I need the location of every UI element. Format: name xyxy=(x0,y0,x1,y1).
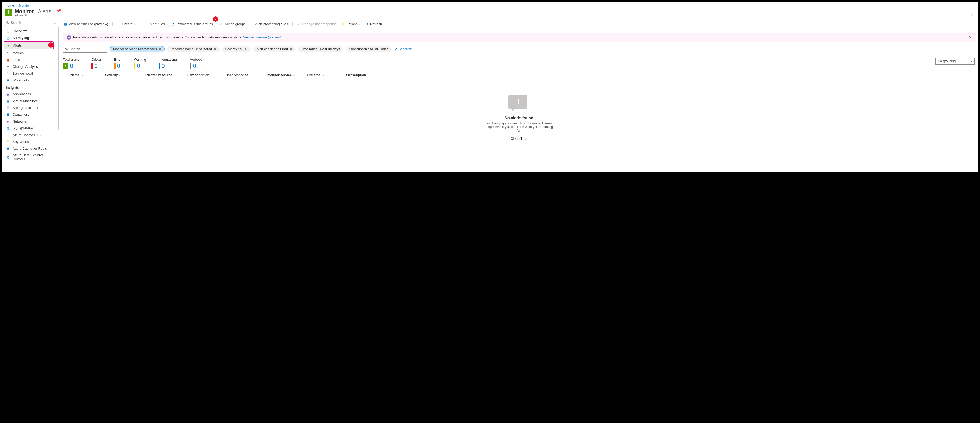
create-button[interactable]: ＋ Create ▾ xyxy=(117,22,135,26)
sidebar-item-label: Azure Data Explorer Clusters xyxy=(13,153,56,161)
breadcrumb-monitor[interactable]: Monitor xyxy=(19,4,30,7)
pill-remove-icon[interactable]: ✕ xyxy=(159,48,161,51)
nav-icon: ◈ xyxy=(6,119,10,123)
pill-remove-icon[interactable]: ✕ xyxy=(245,48,248,51)
nav-icon: ⬢ xyxy=(6,112,10,116)
sidebar-item-label: Azure Cosmos DB xyxy=(13,133,41,137)
stat-label: Verbose xyxy=(190,58,202,62)
callout-badge-2: 2 xyxy=(213,16,218,22)
actions-button[interactable]: ⚡ Actions ▾ xyxy=(341,22,360,26)
sidebar-item-azure-cache-for-redis[interactable]: ▣Azure Cache for Redis xyxy=(4,145,59,152)
stat-err[interactable]: Error 0 xyxy=(114,58,122,70)
sidebar-item-label: Networks xyxy=(13,119,27,123)
col-monitor-service[interactable]: Monitor service↑↓ xyxy=(267,73,307,77)
action-groups-button[interactable]: ⛬ Action groups xyxy=(219,22,246,26)
pin-icon[interactable]: 📌 xyxy=(56,8,61,13)
severity-bar-icon xyxy=(134,63,135,69)
col-severity[interactable]: Severity↑↓ xyxy=(105,73,144,77)
sidebar-item-label: Applications xyxy=(13,92,31,96)
callout-badge-1: 1 xyxy=(48,43,53,48)
more-icon[interactable]: … xyxy=(66,8,71,13)
filter-bar: 🔍︎ Search Monitor service : Prometheus✕R… xyxy=(63,42,975,54)
pill-remove-icon[interactable]: ✕ xyxy=(214,48,216,51)
sidebar-item-label: Workbooks xyxy=(13,78,30,82)
refresh-button[interactable]: ↻ Refresh xyxy=(365,22,382,26)
sidebar-item-sql-preview-[interactable]: ▦SQL (preview) xyxy=(4,125,59,131)
sidebar-item-service-health[interactable]: ♡Service health xyxy=(4,70,59,77)
sidebar-item-metrics[interactable]: ⫯Metrics xyxy=(4,49,59,56)
breadcrumb-home[interactable]: Home xyxy=(5,4,14,7)
close-icon[interactable]: ✕ xyxy=(970,13,973,17)
sidebar-item-label: Overview xyxy=(13,29,27,33)
sidebar-item-alerts[interactable]: ■Alerts xyxy=(4,42,53,49)
sidebar-item-networks[interactable]: ◈Networks xyxy=(4,118,59,125)
sidebar-item-logs[interactable]: ▮Logs xyxy=(4,56,59,63)
filter-pill-subscription[interactable]: Subscription : ACME Telco xyxy=(346,46,391,52)
nav-icon: ▤ xyxy=(6,99,10,103)
stat-label: Warning xyxy=(134,58,146,62)
page-title: Monitor | Alerts xyxy=(15,8,51,14)
sidebar-item-label: Key Vaults xyxy=(13,140,29,144)
chevron-down-icon: ▾ xyxy=(359,22,360,25)
col-user-response[interactable]: User response↑↓ xyxy=(226,73,267,77)
prometheus-rule-groups-button[interactable]: ◔ Prometheus rule groups xyxy=(169,21,215,27)
filter-pill-severity[interactable]: Severity : all✕ xyxy=(222,46,251,52)
action-groups-icon: ⛬ xyxy=(219,22,223,26)
filter-search-input[interactable]: 🔍︎ Search xyxy=(63,46,107,52)
nav-icon: ▦ xyxy=(6,126,10,130)
col-condition[interactable]: Alert condition↑↓ xyxy=(186,73,226,77)
filter-pill-resource-name[interactable]: Resource name : 2 selected✕ xyxy=(167,46,219,52)
lightning-icon: ⚡ xyxy=(341,22,345,26)
alert-rules-button[interactable]: ▭ Alert rules xyxy=(144,22,165,26)
severity-bar-icon xyxy=(91,63,93,69)
sidebar-item-overview[interactable]: ◷Overview xyxy=(4,27,59,34)
sidebar-item-label: SQL (preview) xyxy=(13,126,34,130)
stat-value: 0 xyxy=(70,63,73,70)
view-timeline-button[interactable]: ▦ View as timeline (preview) xyxy=(63,22,108,26)
sidebar-item-storage-accounts[interactable]: ☰Storage accounts xyxy=(4,104,59,111)
sidebar-item-label: Logs xyxy=(13,58,20,62)
stat-total[interactable]: Total alerts !0 xyxy=(63,58,79,70)
col-subscription[interactable]: Subscription xyxy=(346,73,383,77)
sidebar-item-key-vaults[interactable]: ⚿Key Vaults xyxy=(4,138,59,145)
nav-icon: ◷ xyxy=(6,29,10,33)
sidebar-item-virtual-machines[interactable]: ▤Virtual Machines xyxy=(4,97,59,104)
sidebar-item-label: Service health xyxy=(13,71,34,75)
clear-filters-button[interactable]: Clear filters xyxy=(507,136,531,142)
sidebar-item-label: Storage accounts xyxy=(13,106,39,110)
nav-icon: ⫯ xyxy=(6,51,10,55)
col-name[interactable]: Name↑↓ xyxy=(63,73,105,77)
sidebar-item-azure-cosmos-db[interactable]: ✧Azure Cosmos DB xyxy=(4,131,59,138)
sidebar-item-activity-log[interactable]: ▤Activity log xyxy=(4,34,59,41)
stat-verb[interactable]: Verbose 0 xyxy=(190,58,202,70)
banner-link[interactable]: View as timeline (preview) xyxy=(243,36,281,39)
info-banner: ✦ New: View alerts visualized on a timel… xyxy=(63,33,975,42)
stat-info[interactable]: Informational 0 xyxy=(159,58,178,70)
sidebar-item-azure-data-explorer-clusters[interactable]: ▨Azure Data Explorer Clusters xyxy=(4,152,59,162)
filter-pill-alert-condition[interactable]: Alert condition : Fired✕ xyxy=(253,46,295,52)
sidebar-item-label: Activity log xyxy=(13,36,29,40)
total-alerts-icon: ! xyxy=(63,63,68,68)
add-filter-button[interactable]: ⧩ Add filter xyxy=(394,48,411,51)
chevron-down-icon: ▾ xyxy=(971,60,972,63)
sidebar-item-workbooks[interactable]: ▣Workbooks xyxy=(4,77,59,84)
alert-processing-rules-button[interactable]: ☲ Alert processing rules xyxy=(250,22,288,26)
stat-crit[interactable]: Critical 0 xyxy=(91,58,101,70)
nav-icon: ▣ xyxy=(6,78,10,82)
filter-pill-time-range[interactable]: Time range : Past 30 days xyxy=(298,46,343,52)
sidebar-item-change-analysis[interactable]: ✦Change Analysis xyxy=(4,63,59,70)
col-resource[interactable]: Affected resource↑↓ xyxy=(144,73,186,77)
col-fire-time[interactable]: Fire time↑↓ xyxy=(307,73,346,77)
filter-pill-monitor-service[interactable]: Monitor service : Prometheus✕ xyxy=(110,46,164,52)
stat-warn[interactable]: Warning 0 xyxy=(134,58,146,70)
severity-bar-icon xyxy=(159,63,160,69)
nav-icon: ▣ xyxy=(6,146,10,151)
pill-remove-icon[interactable]: ✕ xyxy=(290,48,292,51)
grouping-dropdown[interactable]: No grouping ▾ xyxy=(935,58,975,65)
collapse-sidebar-icon[interactable]: « xyxy=(53,21,57,25)
sidebar-search-input[interactable]: 🔍︎ Search xyxy=(4,20,51,26)
sidebar-item-containers[interactable]: ⬢Containers xyxy=(4,111,59,118)
sidebar-item-applications[interactable]: ◉Applications xyxy=(4,90,59,97)
check-icon: ✓ xyxy=(297,22,301,26)
banner-close-icon[interactable]: ✕ xyxy=(969,35,972,39)
